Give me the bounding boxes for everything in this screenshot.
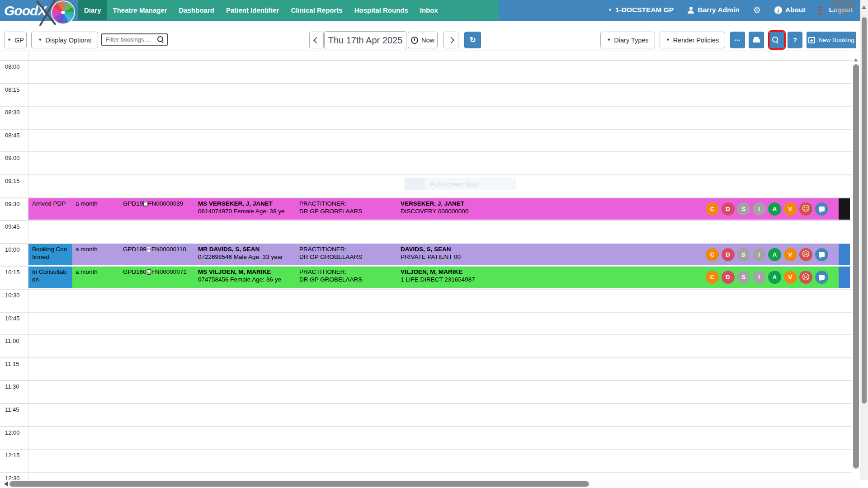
time-slot-09:00[interactable]: 09:00 (0, 151, 852, 174)
note-icon (819, 206, 825, 211)
tab-theatre-manager[interactable]: Theatre Manager (107, 0, 173, 20)
action-button-d[interactable]: D (722, 271, 735, 284)
action-button-sad-face[interactable] (799, 202, 812, 216)
action-button-a[interactable]: A (768, 248, 781, 261)
previous-day-button[interactable] (309, 32, 324, 48)
time-label: 08:45 (5, 132, 20, 139)
action-button-d[interactable]: D (722, 248, 735, 261)
patient-details: 074758456 Female Age: 36 ye (198, 276, 299, 283)
time-slot-12:15[interactable]: 12:15 (0, 449, 852, 472)
tab-inbox[interactable]: Inbox (414, 0, 444, 20)
tab-dashboard[interactable]: Dashboard (173, 0, 220, 20)
display-options-dropdown[interactable]: ▼ Display Options (31, 32, 98, 48)
action-button-i[interactable]: I (753, 248, 766, 261)
action-button-v[interactable]: V (784, 202, 797, 216)
time-label: 10:45 (5, 315, 20, 322)
time-slot-12:30[interactable]: 12:30 (0, 472, 852, 480)
patient-cell: MS VERSEKER, J, JANET0614074970 Female A… (198, 200, 299, 215)
booking-type-bar (839, 198, 850, 220)
gp-dropdown[interactable]: ▼ GP (5, 32, 27, 48)
practice-name: 1-DOCSTEAM GP (615, 6, 674, 14)
action-button-note[interactable] (815, 202, 828, 216)
chevron-down-icon: ▼ (38, 38, 42, 42)
action-button-i[interactable]: I (753, 202, 766, 216)
now-button[interactable]: Now (408, 32, 438, 48)
refresh-button[interactable] (464, 32, 481, 48)
calendar-plus-icon (808, 37, 815, 43)
tab-clinical-reports[interactable]: Clinical Reports (285, 0, 348, 20)
action-button-s[interactable]: S (737, 271, 750, 284)
about-button[interactable]: About (774, 6, 806, 14)
search-bookings-button[interactable] (769, 32, 784, 48)
action-button-d[interactable]: D (722, 202, 735, 216)
user-menu[interactable]: Barry Admin (687, 6, 739, 14)
booking-type-bar (839, 267, 850, 288)
scrollbar-thumb[interactable] (853, 64, 859, 469)
next-day-button[interactable] (443, 32, 458, 48)
diary-vertical-scrollbar[interactable] (853, 53, 859, 480)
sad-face-icon (802, 250, 810, 258)
scroll-left-arrow-icon[interactable] (1, 481, 8, 487)
action-button-c[interactable]: C (706, 271, 719, 284)
time-slot-11:45[interactable]: 11:45 (0, 403, 852, 426)
booking-row[interactable]: Arrived PDPa monthGPD19FN00000039MS VERS… (28, 198, 850, 220)
action-button-v[interactable]: V (784, 271, 797, 284)
search-icon[interactable] (157, 36, 164, 43)
goodx-app: DiaryTheatre ManagerDashboardPatient Ide… (0, 0, 868, 488)
action-button-c[interactable]: C (706, 248, 719, 261)
time-slot-11:00[interactable]: 11:00 (0, 334, 852, 357)
action-button-s[interactable]: S (737, 202, 750, 216)
scrollbar-thumb[interactable] (9, 481, 589, 487)
diary-types-dropdown[interactable]: ▼ Diary Types (600, 32, 655, 48)
tab-patient-identifier[interactable]: Patient Identifier (220, 0, 285, 20)
gp-label: GP (14, 37, 24, 44)
scrollbar-thumb[interactable] (862, 17, 867, 404)
booking-row[interactable]: Booking Confirmeda monthGPD199FN00000110… (28, 244, 850, 265)
action-button-note[interactable] (815, 271, 828, 284)
settings-button[interactable] (753, 5, 761, 15)
time-slot-12:00[interactable]: 12:00 (0, 426, 852, 449)
booking-row[interactable]: In Consultationa monthGPD160FN00000071MS… (28, 267, 850, 288)
browser-vertical-scrollbar[interactable] (860, 0, 868, 488)
action-button-sad-face[interactable] (799, 271, 812, 284)
time-slot-11:30[interactable]: 11:30 (0, 380, 852, 403)
time-slot-08:45[interactable]: 08:45 (0, 129, 852, 152)
display-options-label: Display Options (45, 37, 91, 44)
document-icon (143, 201, 147, 206)
tab-diary[interactable]: Diary (78, 0, 107, 20)
print-button[interactable] (749, 32, 764, 48)
action-button-sad-face[interactable] (799, 248, 812, 261)
new-booking-button[interactable]: New Booking (807, 32, 856, 48)
time-slot-09:45[interactable]: 09:45 (0, 220, 852, 243)
action-button-s[interactable]: S (737, 248, 750, 261)
render-policies-dropdown[interactable]: ▼ Render Policies (660, 32, 725, 48)
action-button-v[interactable]: V (784, 248, 797, 261)
patient-cell: MR DAVIDS, S, SEAN0722698546 Male Age: 3… (198, 245, 299, 261)
date-picker[interactable]: Thu 17th Apr 2025 (324, 31, 406, 49)
action-button-note[interactable] (815, 248, 828, 261)
practice-selector[interactable]: ▼ 1-DOCSTEAM GP (608, 6, 674, 14)
more-actions-button[interactable]: ••• (730, 32, 745, 48)
action-button-a[interactable]: A (768, 271, 781, 284)
time-slot-08:15[interactable]: 08:15 (0, 83, 852, 106)
help-button[interactable]: ? (788, 32, 802, 48)
time-label: 09:30 (5, 201, 20, 207)
action-button-i[interactable]: I (753, 271, 766, 284)
action-button-c[interactable]: C (706, 202, 719, 216)
refresh-icon (469, 36, 476, 44)
booking-age: a month (75, 245, 98, 253)
time-slot-10:45[interactable]: 10:45 (0, 312, 852, 335)
tab-hospital-rounds[interactable]: Hospital Rounds (349, 0, 414, 20)
time-slot-10:30[interactable]: 10:30 (0, 289, 852, 312)
time-slot-08:30[interactable]: 08:30 (0, 106, 852, 129)
time-slot-08:00[interactable]: 08:00 (0, 60, 852, 83)
scroll-up-arrow-icon[interactable] (862, 3, 866, 9)
time-slot-11:15[interactable]: 11:15 (0, 357, 852, 380)
action-button-a[interactable]: A (768, 202, 781, 216)
filter-bookings-input[interactable] (102, 36, 157, 43)
practitioner-cell: PRACTITIONER:DR GP GROBELAARS (299, 245, 374, 261)
booking-actions: CDSIAV (706, 248, 828, 261)
top-navbar: DiaryTheatre ManagerDashboardPatient Ide… (0, 0, 868, 21)
horizontal-scrollbar[interactable] (0, 480, 860, 488)
scroll-up-arrow-icon[interactable] (854, 56, 858, 61)
